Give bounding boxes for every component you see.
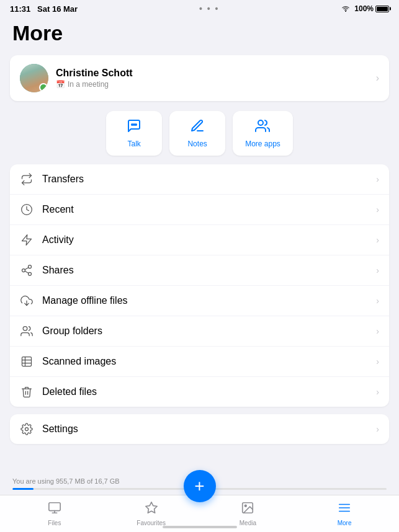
fab-plus-icon: +	[194, 477, 204, 495]
profile-status: 📅 In a meeting	[56, 80, 133, 89]
scanned-label: Scanned images	[42, 356, 116, 367]
tab-files[interactable]: Files	[6, 497, 103, 530]
more-apps-label: More apps	[245, 140, 280, 148]
deleted-icon	[20, 385, 34, 399]
status-date: Sat 16 Mar	[37, 4, 78, 14]
transfers-label: Transfers	[42, 174, 84, 185]
shares-label: Shares	[42, 265, 74, 276]
menu-group-main: Transfers › Recent › Activity › Shares ›	[10, 164, 389, 407]
media-tab-label: Media	[240, 520, 256, 526]
svg-line-11	[25, 267, 29, 269]
status-time-date: 11:31 Sat 16 Mar	[10, 4, 78, 14]
storage-bar-fill	[12, 488, 34, 490]
more-tab-label: More	[338, 520, 352, 526]
svg-point-4	[258, 120, 263, 125]
recent-chevron: ›	[376, 205, 379, 215]
battery-indicator: 100%	[354, 4, 389, 13]
group-folders-chevron: ›	[376, 326, 379, 336]
media-tab-icon	[241, 501, 254, 518]
shares-icon	[20, 264, 34, 277]
activity-icon	[20, 233, 34, 247]
svg-point-9	[29, 272, 32, 275]
profile-details: Christine Schott 📅 In a meeting	[56, 68, 133, 89]
wifi-icon	[341, 5, 351, 12]
svg-point-8	[22, 269, 25, 272]
scanned-icon	[20, 355, 34, 368]
files-tab-icon	[48, 501, 61, 518]
offline-icon	[20, 294, 34, 308]
shares-chevron: ›	[376, 265, 379, 275]
recent-label: Recent	[42, 204, 74, 215]
status-time: 11:31	[10, 4, 30, 14]
activity-label: Activity	[42, 234, 74, 246]
svg-point-13	[23, 327, 27, 331]
profile-status-text: In a meeting	[68, 80, 109, 89]
more-tab-icon	[338, 501, 351, 518]
offline-label: Manage offline files	[42, 295, 128, 306]
action-more-apps[interactable]: More apps	[233, 111, 293, 156]
action-talk[interactable]: Talk	[106, 111, 162, 156]
menu-item-shares[interactable]: Shares ›	[10, 255, 389, 286]
offline-chevron: ›	[376, 296, 379, 306]
svg-rect-16	[49, 503, 60, 511]
tab-more[interactable]: More	[296, 497, 393, 530]
svg-rect-14	[22, 357, 32, 366]
menu-group-settings: Settings ›	[10, 414, 389, 444]
svg-point-1	[132, 124, 133, 125]
menu-item-settings[interactable]: Settings ›	[10, 414, 389, 444]
svg-marker-19	[145, 502, 156, 513]
svg-point-3	[135, 124, 137, 125]
menu-item-scanned[interactable]: Scanned images ›	[10, 347, 389, 377]
action-notes[interactable]: Notes	[169, 111, 225, 156]
quick-actions: Talk Notes More apps	[10, 111, 389, 156]
profile-name: Christine Schott	[56, 68, 133, 79]
svg-point-0	[346, 11, 346, 12]
menu-item-transfers[interactable]: Transfers ›	[10, 164, 389, 195]
fab-button[interactable]: +	[184, 470, 216, 502]
more-apps-icon	[255, 118, 270, 137]
group-folders-icon	[20, 324, 34, 338]
favourites-tab-label: Favourites	[137, 520, 166, 526]
profile-info: Christine Schott 📅 In a meeting	[20, 64, 133, 92]
home-bar	[163, 526, 237, 528]
menu-item-group-folders[interactable]: Group folders ›	[10, 316, 389, 347]
files-tab-label: Files	[48, 520, 61, 526]
settings-label: Settings	[42, 423, 78, 435]
scanned-chevron: ›	[376, 357, 379, 366]
svg-marker-6	[22, 235, 32, 246]
svg-point-2	[133, 124, 135, 125]
avatar	[20, 64, 48, 92]
transfers-icon	[20, 172, 34, 186]
svg-point-7	[29, 265, 32, 268]
activity-chevron: ›	[376, 235, 379, 245]
profile-chevron: ›	[376, 73, 379, 84]
favourites-tab-icon	[145, 501, 158, 518]
profile-card[interactable]: Christine Schott 📅 In a meeting ›	[10, 55, 389, 101]
notes-label: Notes	[187, 140, 207, 148]
status-bar: 11:31 Sat 16 Mar • • • 100%	[0, 0, 399, 16]
svg-point-21	[245, 505, 247, 507]
meeting-icon: 📅	[56, 80, 65, 89]
group-folders-label: Group folders	[42, 326, 102, 337]
talk-label: Talk	[127, 140, 140, 148]
svg-line-10	[25, 271, 29, 273]
settings-icon	[20, 422, 34, 436]
battery-icon	[375, 6, 389, 12]
menu-item-offline[interactable]: Manage offline files ›	[10, 286, 389, 316]
menu-item-deleted[interactable]: Deleted files ›	[10, 377, 389, 407]
presence-dot	[39, 83, 48, 92]
settings-chevron: ›	[376, 424, 379, 434]
menu-item-recent[interactable]: Recent ›	[10, 195, 389, 225]
recent-icon	[20, 203, 34, 216]
menu-item-activity[interactable]: Activity ›	[10, 225, 389, 255]
page-title: More	[0, 16, 399, 55]
transfers-chevron: ›	[376, 174, 379, 184]
status-center-dots: • • •	[199, 4, 219, 14]
talk-icon	[127, 118, 141, 137]
notes-icon	[190, 118, 205, 137]
battery-percent: 100%	[354, 4, 374, 13]
deleted-chevron: ›	[376, 387, 379, 397]
svg-point-15	[25, 428, 29, 431]
deleted-label: Deleted files	[42, 386, 97, 397]
status-right: 100%	[341, 4, 389, 13]
